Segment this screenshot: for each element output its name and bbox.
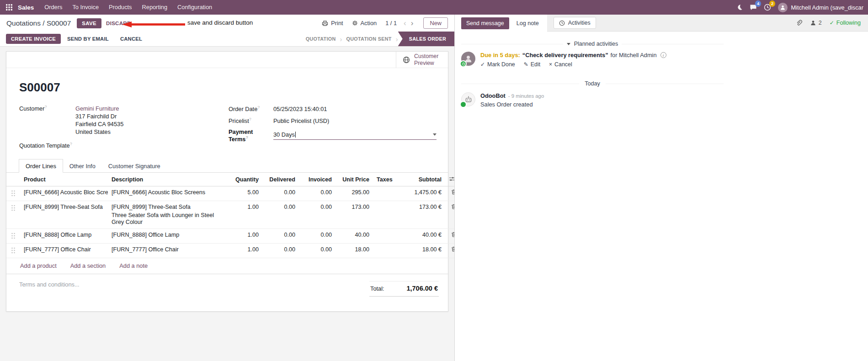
messages-icon[interactable]: 4 [750,4,757,11]
cell-description[interactable]: [FURN_7777] Office Chair [108,244,229,258]
print-button[interactable]: Print [322,20,343,27]
activities-clock-icon[interactable]: 2 [764,4,771,11]
menu-to-invoice[interactable]: To Invoice [67,0,104,15]
followers-button[interactable]: 2 [810,20,822,26]
activities-button[interactable]: Activities [554,17,596,29]
cell-product[interactable]: [FURN_7777] Office Chair [20,244,108,258]
cell-product[interactable]: [FURN_8999] Three-Seat Sofa [20,201,108,229]
chevron-down-icon[interactable] [433,133,437,136]
cell-invoiced[interactable]: 0.00 [299,186,335,201]
cell-quantity[interactable]: 1.00 [229,244,262,258]
user-menu[interactable]: Mitchell Admin (save_discar [778,3,863,12]
cell-unit-price[interactable]: 18.00 [335,244,373,258]
drag-handle-icon[interactable] [6,186,20,201]
tab-customer-signature[interactable]: Customer Signature [102,159,167,172]
order-sheet: Customer Preview S00007 Customer? Gemini… [6,51,448,312]
pager-previous-icon[interactable]: ‹ [402,19,408,27]
delete-line-icon[interactable] [445,186,454,201]
info-icon[interactable]: i [660,52,666,58]
drag-handle-icon[interactable] [6,229,20,244]
cell-delivered[interactable]: 0.00 [262,229,299,244]
create-invoice-button[interactable]: CREATE INVOICE [6,34,61,44]
cell-unit-price[interactable]: 173.00 [335,201,373,229]
drag-handle-icon[interactable] [6,201,20,229]
col-delivered[interactable]: Delivered [262,173,299,186]
drag-handle-icon[interactable] [6,244,20,258]
col-description[interactable]: Description [108,173,229,186]
cell-invoiced[interactable]: 0.00 [299,229,335,244]
delete-line-icon[interactable] [445,244,454,258]
menu-configuration[interactable]: Configuration [172,0,217,15]
customer-link[interactable]: Gemini Furniture [75,105,119,112]
cell-taxes[interactable] [373,201,396,229]
stage-sales-order[interactable]: SALES ORDER [398,32,454,46]
log-note-button[interactable]: Log note [512,17,543,29]
cell-unit-price[interactable]: 40.00 [335,229,373,244]
payment-terms-field[interactable]: 30 Days [273,131,437,140]
cell-delivered[interactable]: 0.00 [262,244,299,258]
cancel-button[interactable]: CANCEL [115,34,147,44]
col-invoiced[interactable]: Invoiced [299,173,335,186]
cell-taxes[interactable] [373,186,396,201]
pager-next-icon[interactable]: › [410,19,415,27]
app-name[interactable]: Sales [18,4,34,11]
col-unit-price[interactable]: Unit Price [335,173,373,186]
cell-delivered[interactable]: 0.00 [262,186,299,201]
delete-line-icon[interactable] [445,201,454,229]
save-button[interactable]: SAVE [77,18,101,28]
cell-unit-price[interactable]: 295.00 [335,186,373,201]
col-taxes[interactable]: Taxes [373,173,396,186]
apps-grid-icon[interactable] [5,4,13,11]
cell-taxes[interactable] [373,244,396,258]
tab-order-lines[interactable]: Order Lines [19,159,63,173]
add-product-link[interactable]: Add a product [20,262,57,269]
edit-activity-button[interactable]: ✎ Edit [524,61,540,68]
menu-products[interactable]: Products [104,0,137,15]
cell-invoiced[interactable]: 0.00 [299,244,335,258]
add-section-link[interactable]: Add a section [70,262,106,269]
mark-done-button[interactable]: ✓ Mark Done [480,61,515,68]
message-body: Sales Order created [480,101,544,108]
cell-taxes[interactable] [373,229,396,244]
menu-reporting[interactable]: Reporting [137,0,173,15]
action-button[interactable]: Action [352,20,377,27]
message-author[interactable]: OdooBot [480,92,506,99]
planned-activities-header[interactable]: Planned activities [461,41,724,47]
cancel-activity-button[interactable]: × Cancel [549,61,572,68]
send-by-email-button[interactable]: SEND BY EMAIL [62,34,114,44]
cell-delivered[interactable]: 0.00 [262,201,299,229]
order-line-row[interactable]: [FURN_8888] Office Lamp [FURN_8888] Offi… [6,229,454,244]
col-quantity[interactable]: Quantity [229,173,262,186]
new-button[interactable]: New [423,17,448,29]
order-line-row[interactable]: [FURN_6666] Acoustic Bloc Screens [FURN_… [6,186,454,201]
cell-description[interactable]: [FURN_8888] Office Lamp [108,229,229,244]
col-subtotal[interactable]: Subtotal [396,173,445,186]
col-product[interactable]: Product [20,173,108,186]
cell-quantity[interactable]: 1.00 [229,229,262,244]
stage-quotation-sent[interactable]: QUOTATION SENT [342,32,396,46]
terms-placeholder[interactable]: Terms and conditions... [19,281,80,288]
delete-line-icon[interactable] [445,229,454,244]
stage-quotation[interactable]: QUOTATION [302,32,340,46]
order-line-row[interactable]: [FURN_8999] Three-Seat Sofa [FURN_8999] … [6,201,454,229]
cell-product[interactable]: [FURN_6666] Acoustic Bloc Screens [20,186,108,201]
cell-product[interactable]: [FURN_8888] Office Lamp [20,229,108,244]
breadcrumb-quotations[interactable]: Quotations [6,19,41,27]
tab-other-info[interactable]: Other Info [63,159,102,172]
attachment-icon[interactable] [795,20,802,27]
cell-description[interactable]: [FURN_6666] Acoustic Bloc Screens [108,186,229,201]
optional-columns-icon[interactable] [445,173,454,186]
add-note-link[interactable]: Add a note [119,262,148,269]
moon-icon[interactable] [736,4,743,11]
pricelist-field[interactable]: Public Pricelist (USD) [273,117,329,124]
order-date-field[interactable]: 05/25/2023 15:40:01 [273,106,327,112]
send-message-button[interactable]: Send message [461,17,509,29]
customer-preview-button[interactable]: Customer Preview [396,52,448,68]
cell-description[interactable]: [FURN_8999] Three-Seat Sofa Three Seater… [108,201,229,229]
cell-quantity[interactable]: 1.00 [229,201,262,229]
order-line-row[interactable]: [FURN_7777] Office Chair [FURN_7777] Off… [6,244,454,258]
menu-orders[interactable]: Orders [39,0,67,15]
cell-invoiced[interactable]: 0.00 [299,201,335,229]
cell-quantity[interactable]: 5.00 [229,186,262,201]
following-button[interactable]: ✓ Following [830,20,861,26]
